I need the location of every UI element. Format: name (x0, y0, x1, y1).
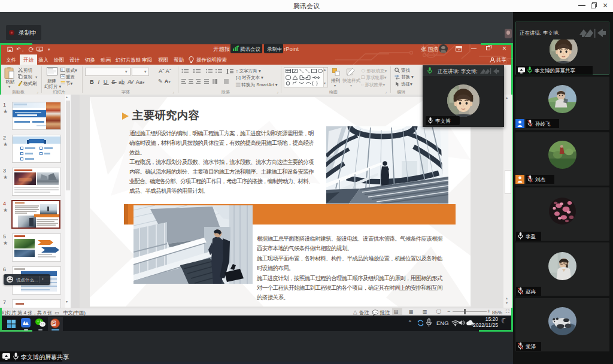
svg-text:P: P (52, 320, 56, 326)
